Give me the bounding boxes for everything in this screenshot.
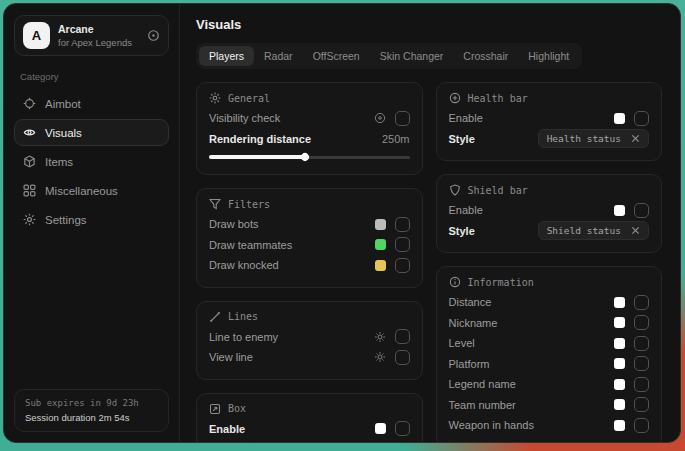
setting-label: Nickname [449,317,498,329]
gear-icon[interactable] [374,331,386,343]
setting-visibility-check: Visibility check [209,108,410,129]
eye-scan-icon [23,126,36,139]
clear-icon[interactable] [631,134,640,143]
tab-bar: Players Radar OffScreen Skin Changer Cro… [196,43,582,69]
rendering-distance-slider[interactable] [209,151,410,163]
selected-option: Shield status [547,225,621,236]
setting-legend-name: Legend name [449,374,650,395]
setting-label: Enable [449,204,483,216]
app-window: A Arcane for Apex Legends Category A [3,3,681,443]
color-swatch[interactable] [614,317,625,328]
setting-label: Draw bots [209,218,259,230]
card-title-text: Shield bar [468,185,528,196]
sidebar-item-label: Settings [45,214,87,226]
shield-style-select[interactable]: Shield status [538,221,649,240]
setting-label: Level [449,337,475,349]
level-checkbox[interactable] [634,336,649,351]
target-icon[interactable] [147,29,160,42]
card-title-text: Health bar [468,93,528,104]
card-information: Information Distance Nickname [436,266,663,442]
setting-label: Rendering distance [209,133,311,145]
shield-enable-checkbox[interactable] [634,203,649,218]
card-general: General Visibility check [196,82,423,175]
setting-label: Draw knocked [209,259,279,271]
card-box: Box Enable Enable background [196,393,423,443]
setting-health-enable: Enable [449,108,650,129]
main-content: Visuals Players Radar OffScreen Skin Cha… [180,4,680,442]
color-swatch[interactable] [614,338,625,349]
setting-label: Style [449,133,475,145]
draw-teammates-checkbox[interactable] [395,237,410,252]
line-to-enemy-checkbox[interactable] [395,329,410,344]
weapon-in-hands-checkbox[interactable] [634,418,649,433]
sidebar-nav: Aimbot Visuals Items [14,90,169,233]
setting-draw-teammates: Draw teammates [209,235,410,256]
eye-icon[interactable] [374,112,386,124]
setting-platform: Platform [449,354,650,375]
sidebar-item-miscellaneous[interactable]: Miscellaneous [14,177,169,204]
sidebar-item-aimbot[interactable]: Aimbot [14,90,169,117]
setting-label: Team number [449,399,516,411]
brand-subtitle: for Apex Legends [58,37,132,48]
color-swatch[interactable] [375,423,386,434]
color-swatch[interactable] [614,297,625,308]
sidebar-item-label: Items [45,156,73,168]
logo-letter: A [32,28,41,43]
legend-name-checkbox[interactable] [634,377,649,392]
color-swatch[interactable] [614,358,625,369]
distance-checkbox[interactable] [634,295,649,310]
setting-label: Enable [449,112,483,124]
setting-shield-enable: Enable [449,200,650,221]
color-swatch[interactable] [614,399,625,410]
setting-shield-style: Style Shield status [449,221,650,242]
draw-bots-checkbox[interactable] [395,217,410,232]
gear-icon [23,213,36,226]
tab-skin-changer[interactable]: Skin Changer [370,46,454,66]
gear-icon[interactable] [374,351,386,363]
tab-crosshair[interactable]: Crosshair [453,46,518,66]
info-icon [449,276,461,288]
color-swatch[interactable] [614,113,625,124]
sidebar-item-label: Visuals [45,127,82,139]
color-swatch[interactable] [614,205,625,216]
app-logo: A [23,22,50,49]
setting-label: Legend name [449,378,516,390]
color-swatch[interactable] [375,239,386,250]
card-title-text: Lines [228,311,258,322]
crosshair-icon [23,97,36,110]
sidebar-item-visuals[interactable]: Visuals [14,119,169,146]
diagonal-line-icon [209,311,221,323]
clear-icon[interactable] [631,226,640,235]
health-enable-checkbox[interactable] [634,111,649,126]
color-swatch[interactable] [614,379,625,390]
sidebar-item-items[interactable]: Items [14,148,169,175]
setting-label: Platform [449,358,490,370]
session-duration: Session duration 2m 54s [25,412,158,423]
tab-radar[interactable]: Radar [254,46,303,66]
tab-highlight[interactable]: Highlight [518,46,579,66]
color-swatch[interactable] [375,219,386,230]
team-number-checkbox[interactable] [634,397,649,412]
box-enable-checkbox[interactable] [395,421,410,436]
slider-handle[interactable] [300,151,311,162]
tab-offscreen[interactable]: OffScreen [303,46,370,66]
color-swatch[interactable] [614,420,625,431]
setting-view-line: View line [209,347,410,368]
nickname-checkbox[interactable] [634,315,649,330]
setting-label: Draw teammates [209,239,292,251]
draw-knocked-checkbox[interactable] [395,258,410,273]
setting-team-number: Team number [449,395,650,416]
health-style-select[interactable]: Health status [538,129,649,148]
card-health-bar: Health bar Enable Style Health status [436,82,663,161]
funnel-icon [209,198,221,210]
visibility-check-checkbox[interactable] [395,111,410,126]
view-line-checkbox[interactable] [395,350,410,365]
selected-option: Health status [547,133,621,144]
setting-weapon-in-hands: Weapon in hands [449,415,650,436]
circle-plus-icon [449,92,461,104]
tab-players[interactable]: Players [199,46,254,66]
platform-checkbox[interactable] [634,356,649,371]
sidebar-item-settings[interactable]: Settings [14,206,169,233]
grid-icon [23,184,36,197]
color-swatch[interactable] [375,260,386,271]
